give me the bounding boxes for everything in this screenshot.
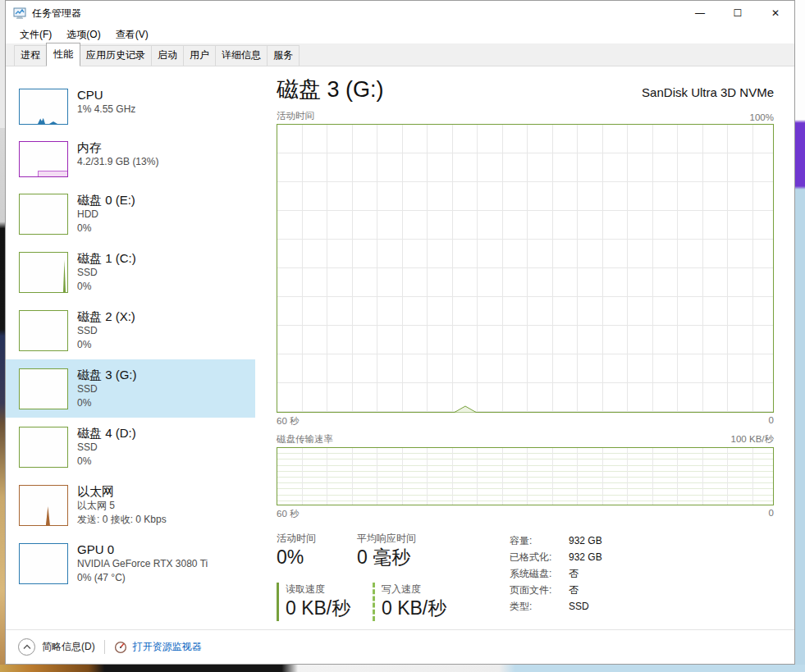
sidebar-item-disk4[interactable]: 磁盘 4 (D:) SSD 0% [6, 418, 255, 476]
menu-view[interactable]: 查看(V) [108, 26, 156, 43]
sidebar-item-usage: 0% [77, 396, 137, 410]
sidebar-item-memory[interactable]: 内存 4.2/31.9 GB (13%) [6, 132, 255, 185]
disk-detail-panel: 磁盘 3 (G:) SanDisk Ultra 3D NVMe 活动时间 100… [255, 66, 794, 629]
sidebar-item-subtitle: SSD [77, 382, 137, 396]
sidebar-item-subtitle: 以太网 5 [77, 499, 167, 513]
transfer-rate-chart[interactable] [277, 447, 774, 505]
resource-monitor-icon [114, 641, 127, 654]
sidebar-item-title: 磁盘 3 (G:) [77, 367, 137, 382]
activity-spike [454, 405, 477, 413]
detail-value: 否 [569, 582, 579, 598]
tab-bar: 进程 性能 应用历史记录 启动 用户 详细信息 服务 [6, 43, 794, 66]
stat-value: 0 KB/秒 [382, 596, 446, 621]
stat-label: 读取速度 [286, 583, 351, 596]
disk3-mini-graph [19, 368, 68, 409]
ethernet-mini-graph [19, 485, 68, 526]
stat-value: 0 KB/秒 [286, 596, 351, 621]
sidebar-item-subtitle: SSD [77, 266, 136, 280]
footer-divider [104, 640, 105, 654]
desktop-background-right [795, 0, 805, 665]
tab-details[interactable]: 详细信息 [215, 45, 268, 66]
tab-processes[interactable]: 进程 [14, 45, 47, 66]
detail-label: 页面文件: [510, 582, 569, 598]
sidebar-item-ethernet[interactable]: 以太网 以太网 5 发送: 0 接收: 0 Kbps [6, 476, 255, 534]
detail-label: 系统磁盘: [510, 565, 569, 582]
detail-value: SSD [569, 598, 589, 615]
sidebar-item-usage: 0% [77, 338, 135, 352]
open-resource-monitor-link[interactable]: 打开资源监视器 [133, 640, 202, 654]
sidebar-item-title: 磁盘 2 (X:) [77, 309, 135, 324]
performance-sidebar: CPU 1% 4.55 GHz 内存 4.2/31.9 GB (13%) 磁盘 … [6, 66, 255, 629]
window-controls: — ☐ ✕ [681, 1, 794, 25]
stat-label: 活动时间 [277, 532, 336, 545]
page-title: 磁盘 3 (G:) [277, 75, 384, 104]
tab-startup[interactable]: 启动 [151, 45, 184, 66]
active-time-x-right: 0 [769, 415, 774, 427]
stat-value: 0% [277, 545, 336, 570]
tab-services[interactable]: 服务 [267, 45, 300, 66]
transfer-rate-x-left: 60 秒 [277, 508, 300, 520]
detail-system-disk: 系统磁盘: 否 [510, 565, 602, 582]
transfer-rate-x-right: 0 [769, 508, 774, 520]
sidebar-item-usage: 0% (47 °C) [77, 571, 208, 585]
gpu0-mini-graph [19, 543, 68, 584]
disk0-mini-graph [19, 194, 68, 235]
active-time-x-left: 60 秒 [277, 415, 300, 427]
tab-app-history[interactable]: 应用历史记录 [80, 45, 152, 66]
task-manager-window: 任务管理器 — ☐ ✕ 文件(F) 选项(O) 查看(V) 进程 性能 应用历史… [5, 0, 795, 665]
desktop-background-bottom [0, 665, 805, 672]
cpu-mini-graph [19, 89, 68, 125]
sidebar-item-disk0[interactable]: 磁盘 0 (E:) HDD 0% [6, 185, 255, 243]
stat-read-speed: 读取速度 0 KB/秒 [277, 583, 351, 621]
detail-formatted: 已格式化: 932 GB [510, 549, 602, 565]
disk4-mini-graph [19, 427, 68, 468]
sidebar-item-subtitle: SSD [77, 441, 136, 455]
collapse-details-button[interactable] [18, 638, 35, 656]
sidebar-item-usage: 发送: 0 接收: 0 Kbps [77, 513, 167, 527]
stat-active-time: 活动时间 0% [277, 532, 336, 570]
window-title: 任务管理器 [32, 7, 81, 21]
maximize-button[interactable]: ☐ [719, 1, 757, 25]
menu-file[interactable]: 文件(F) [12, 26, 59, 43]
tab-users[interactable]: 用户 [183, 45, 216, 66]
menu-options[interactable]: 选项(O) [59, 26, 107, 43]
sidebar-item-title: 内存 [77, 139, 158, 155]
active-time-chart-max: 100% [750, 112, 774, 122]
transfer-rate-chart-max: 100 KB/秒 [731, 433, 774, 446]
sidebar-item-disk3[interactable]: 磁盘 3 (G:) SSD 0% [6, 359, 255, 418]
detail-label: 已格式化: [510, 549, 569, 565]
sidebar-item-title: 磁盘 1 (C:) [77, 250, 136, 266]
detail-label: 类型: [510, 598, 569, 615]
summary-view-toggle[interactable]: 简略信息(D) [42, 640, 95, 654]
sidebar-item-title: 磁盘 4 (D:) [77, 425, 136, 441]
sidebar-item-disk1[interactable]: 磁盘 1 (C:) SSD 0% [6, 243, 255, 301]
minimize-button[interactable]: — [681, 1, 719, 25]
sidebar-item-subtitle: NVIDIA GeForce RTX 3080 Ti [77, 557, 208, 571]
titlebar[interactable]: 任务管理器 — ☐ ✕ [6, 1, 794, 25]
sidebar-item-disk2[interactable]: 磁盘 2 (X:) SSD 0% [6, 301, 255, 359]
detail-value: 932 GB [569, 549, 602, 565]
disk2-mini-graph [19, 310, 68, 351]
sidebar-item-gpu0[interactable]: GPU 0 NVIDIA GeForce RTX 3080 Ti 0% (47 … [6, 534, 255, 592]
stat-label: 平均响应时间 [357, 532, 416, 545]
sidebar-item-title: 磁盘 0 (E:) [77, 192, 135, 208]
disk1-mini-graph [19, 252, 68, 293]
transfer-rate-chart-label: 磁盘传输速率 [277, 433, 333, 446]
sidebar-item-subtitle: 4.2/31.9 GB (13%) [77, 155, 158, 169]
device-name: SanDisk Ultra 3D NVMe [642, 85, 774, 99]
sidebar-item-subtitle: HDD [77, 208, 135, 222]
sidebar-item-usage: 0% [77, 280, 136, 294]
active-time-chart[interactable] [277, 124, 774, 413]
stat-write-speed: 写入速度 0 KB/秒 [373, 583, 446, 621]
sidebar-item-subtitle: 1% 4.55 GHz [77, 103, 135, 117]
task-manager-icon [13, 7, 26, 20]
detail-type: 类型: SSD [510, 598, 602, 615]
sidebar-item-cpu[interactable]: CPU 1% 4.55 GHz [6, 80, 255, 132]
close-button[interactable]: ✕ [757, 1, 794, 25]
detail-page-file: 页面文件: 否 [510, 582, 602, 598]
chevron-up-icon [23, 644, 31, 650]
disk-details: 容量: 932 GB 已格式化: 932 GB 系统磁盘: 否 页面文件: 否 [510, 532, 602, 621]
tab-performance[interactable]: 性能 [46, 43, 80, 66]
footer-bar: 简略信息(D) 打开资源监视器 [6, 629, 794, 664]
sidebar-item-usage: 0% [77, 222, 135, 235]
